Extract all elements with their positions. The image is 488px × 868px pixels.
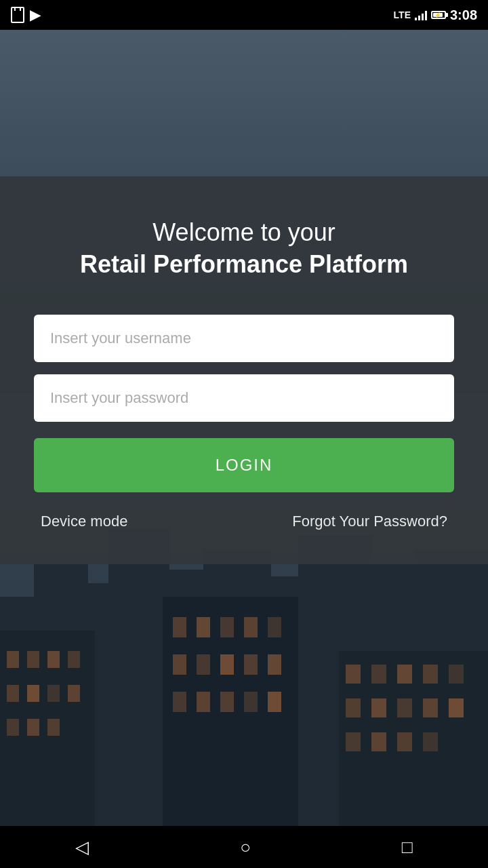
links-row: Device mode Forgot Your Password?	[34, 513, 454, 530]
lte-badge: LTE	[394, 9, 411, 20]
status-right: LTE ⚡ 3:08	[394, 7, 477, 23]
password-input[interactable]	[34, 374, 454, 422]
sd-card-icon	[11, 7, 24, 23]
navigation-bar: ◁ ○ □	[0, 826, 488, 868]
forgot-password-link[interactable]: Forgot Your Password?	[292, 513, 447, 530]
device-mode-link[interactable]: Device mode	[41, 513, 127, 530]
time-display: 3:08	[450, 7, 477, 23]
welcome-title: Welcome to your Retail Performance Platf…	[34, 217, 454, 281]
status-left: ▶	[11, 7, 40, 23]
username-input[interactable]	[34, 315, 454, 362]
back-button[interactable]: ◁	[55, 830, 109, 865]
battery-icon: ⚡	[431, 11, 446, 19]
recent-button[interactable]: □	[382, 830, 433, 865]
login-button[interactable]: LOGIN	[34, 438, 454, 492]
signal-bars	[415, 9, 427, 20]
login-panel: Welcome to your Retail Performance Platf…	[0, 176, 488, 564]
status-bar: ▶ LTE ⚡ 3:08	[0, 0, 488, 30]
home-button[interactable]: ○	[220, 830, 271, 865]
notification-icon: ▶	[30, 7, 40, 23]
